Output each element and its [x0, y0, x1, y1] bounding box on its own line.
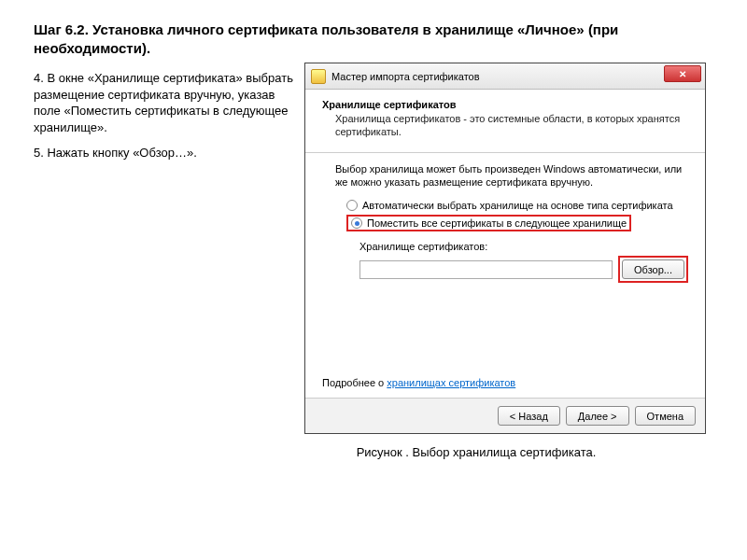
radio-auto[interactable] — [346, 200, 358, 211]
instructions: 4. В окне «Хранилище сертификата» выбрат… — [34, 63, 304, 434]
section-desc: Хранилища сертификатов - это системные о… — [335, 112, 688, 139]
close-icon: ✕ — [679, 69, 686, 79]
browse-button[interactable]: Обзор... — [622, 259, 684, 279]
wizard-icon — [311, 69, 326, 84]
close-button[interactable]: ✕ — [664, 65, 701, 82]
dialog-title: Мастер импорта сертификатов — [331, 71, 480, 82]
back-button[interactable]: < Назад — [498, 406, 560, 426]
store-label: Хранилище сертификатов: — [359, 241, 688, 252]
radio-auto-row[interactable]: Автоматически выбрать хранилище на основ… — [346, 200, 688, 211]
radio-manual-row[interactable]: Поместить все сертификаты в следующее хр… — [346, 215, 688, 231]
radio-manual-label: Поместить все сертификаты в следующее хр… — [367, 217, 627, 229]
instruction-step-5: 5. Нажать кнопку «Обзор…». — [34, 145, 293, 161]
section-title: Хранилище сертификатов — [322, 99, 688, 110]
cert-wizard-dialog: Мастер импорта сертификатов ✕ Хранилище … — [304, 63, 706, 434]
dialog-footer: < Назад Далее > Отмена — [305, 398, 705, 433]
page-title: Шаг 6.2. Установка личного сертификата п… — [0, 0, 747, 63]
next-button[interactable]: Далее > — [566, 406, 629, 426]
instruction-step-4: 4. В окне «Хранилище сертификата» выбрат… — [34, 70, 293, 135]
learn-more: Подробнее о хранилищах сертификатов — [322, 377, 515, 388]
figure-caption: Рисунок . Выбор хранилища сертификата. — [205, 434, 747, 459]
store-input[interactable] — [359, 260, 613, 279]
info-text: Выбор хранилища может быть произведен Wi… — [335, 162, 688, 189]
radio-manual[interactable] — [351, 217, 362, 229]
learn-more-link[interactable]: хранилищах сертификатов — [387, 377, 515, 388]
titlebar: Мастер импорта сертификатов ✕ — [305, 63, 705, 90]
radio-auto-label: Автоматически выбрать хранилище на основ… — [362, 200, 673, 211]
cancel-button[interactable]: Отмена — [635, 406, 696, 426]
